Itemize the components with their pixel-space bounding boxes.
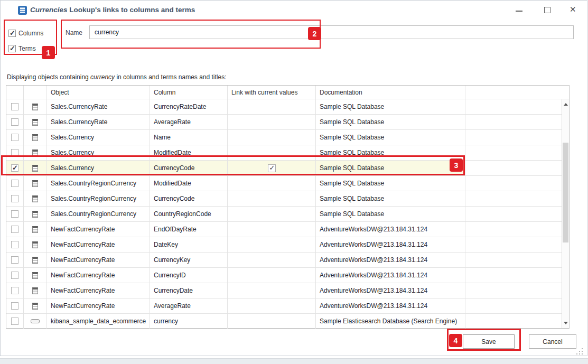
row-checkbox[interactable] [11, 256, 18, 264]
table-row[interactable]: NewFactCurrencyRate CurrencyDate Adventu… [6, 283, 569, 298]
row-checkbox[interactable] [11, 226, 18, 233]
row-checkbox[interactable] [11, 272, 18, 279]
row-checkbox-cell[interactable] [6, 207, 24, 222]
row-checkbox[interactable] [11, 195, 18, 202]
minimize-button[interactable] [510, 1, 528, 18]
row-checkbox-cell[interactable] [6, 268, 24, 283]
cell-documentation: Sample SQL Database [316, 161, 465, 176]
close-button[interactable]: ✕ [565, 1, 583, 18]
cell-column: AverageRate [150, 115, 228, 130]
table-row[interactable]: NewFactCurrencyRate EndOfDayRate Adventu… [6, 222, 569, 237]
row-checkbox[interactable] [11, 302, 18, 310]
row-checkbox[interactable] [11, 103, 18, 110]
row-checkbox-cell[interactable] [6, 161, 24, 176]
cell-link[interactable] [228, 99, 316, 115]
row-checkbox-cell[interactable] [6, 115, 24, 130]
table-row[interactable]: NewFactCurrencyRate CurrencyID Adventure… [6, 268, 569, 283]
table-icon [32, 303, 38, 310]
cell-column: currency [150, 314, 228, 329]
cell-documentation: Sample SQL Database [316, 130, 465, 145]
row-checkbox-cell[interactable] [6, 283, 24, 298]
cancel-button[interactable]: Cancel [529, 334, 576, 349]
table-row[interactable]: Sales.CountryRegionCurrency CurrencyCode… [6, 191, 569, 207]
cell-documentation: AdventureWorksDW@213.184.31.124 [316, 283, 465, 298]
cell-object: Sales.CountryRegionCurrency [47, 191, 150, 207]
table-row[interactable]: NewFactCurrencyRate AverageRate Adventur… [6, 298, 569, 314]
row-checkbox-cell[interactable] [6, 298, 24, 314]
row-checkbox[interactable] [11, 118, 18, 126]
columns-filter[interactable]: Columns [8, 30, 43, 37]
row-checkbox-cell[interactable] [6, 130, 24, 145]
row-checkbox-cell[interactable] [6, 145, 24, 161]
cell-link[interactable] [228, 130, 316, 145]
cell-link[interactable] [228, 145, 316, 161]
cell-documentation: AdventureWorksDW@213.184.31.124 [316, 237, 465, 253]
row-checkbox[interactable] [11, 134, 18, 141]
cell-object: Sales.CountryRegionCurrency [47, 176, 150, 191]
header-checkbox-col [6, 86, 24, 99]
table-row[interactable]: Sales.CurrencyRate CurrencyRateDate Samp… [6, 99, 569, 115]
maximize-button[interactable] [538, 1, 556, 18]
row-checkbox[interactable] [11, 164, 18, 172]
table-row[interactable]: Sales.Currency CurrencyCode Sample SQL D… [6, 161, 569, 176]
table-row[interactable]: Sales.CurrencyRate AverageRate Sample SQ… [6, 115, 569, 130]
row-checkbox[interactable] [11, 318, 18, 325]
cell-link[interactable] [228, 191, 316, 207]
cell-link[interactable] [228, 298, 316, 314]
row-checkbox[interactable] [11, 210, 18, 218]
row-icon-cell [24, 283, 47, 298]
close-icon: ✕ [570, 5, 576, 14]
cell-link[interactable] [228, 314, 316, 329]
row-checkbox-cell[interactable] [6, 314, 24, 329]
table-row[interactable]: Sales.CountryRegionCurrency ModifiedDate… [6, 176, 569, 191]
terms-checkbox[interactable] [8, 45, 16, 52]
cell-link[interactable] [228, 222, 316, 237]
save-button[interactable]: Save [463, 334, 515, 349]
cell-link[interactable] [228, 237, 316, 253]
row-checkbox[interactable] [11, 149, 18, 156]
row-checkbox-cell[interactable] [6, 191, 24, 207]
scroll-down-button[interactable] [562, 319, 569, 327]
row-icon-cell [24, 222, 47, 237]
vertical-scrollbar[interactable] [562, 99, 569, 328]
row-checkbox[interactable] [11, 241, 18, 248]
cell-filler [465, 176, 569, 191]
cell-link[interactable] [228, 268, 316, 283]
scroll-up-button[interactable] [562, 100, 569, 108]
scrollbar-thumb[interactable] [563, 143, 568, 242]
table-row[interactable]: Sales.Currency Name Sample SQL Database [6, 130, 569, 145]
table-row[interactable]: NewFactCurrencyRate DateKey AdventureWor… [6, 237, 569, 253]
row-checkbox-cell[interactable] [6, 237, 24, 253]
row-checkbox-cell[interactable] [6, 222, 24, 237]
table-row[interactable]: NewFactCurrencyRate CurrencyKey Adventur… [6, 253, 569, 268]
row-icon-cell [24, 130, 47, 145]
row-checkbox[interactable] [11, 180, 18, 187]
description-text: Displaying objects containing currency i… [7, 73, 227, 81]
cell-link[interactable] [228, 176, 316, 191]
cell-object: NewFactCurrencyRate [47, 268, 150, 283]
row-checkbox-cell[interactable] [6, 253, 24, 268]
cell-link[interactable] [228, 253, 316, 268]
row-checkbox-cell[interactable] [6, 176, 24, 191]
terms-filter[interactable]: Terms [8, 45, 36, 52]
columns-checkbox[interactable] [8, 30, 16, 37]
cell-documentation: Sample SQL Database [316, 145, 465, 161]
cell-link[interactable] [228, 115, 316, 130]
table-row[interactable]: Sales.Currency ModifiedDate Sample SQL D… [6, 145, 569, 161]
row-checkbox-cell[interactable] [6, 99, 24, 115]
cell-object: Sales.Currency [47, 145, 150, 161]
cell-column: CurrencyDate [150, 283, 228, 298]
link-checkbox[interactable] [268, 164, 276, 172]
table-row[interactable]: kibana_sample_data_ecommerce currency Sa… [6, 314, 569, 329]
resize-grip-icon[interactable] [576, 348, 584, 356]
table-icon [32, 119, 38, 126]
cell-link[interactable] [228, 207, 316, 222]
cell-link[interactable] [228, 161, 316, 176]
window-bottom-strip [0, 358, 588, 364]
cell-link[interactable] [228, 283, 316, 298]
cell-column: CurrencyID [150, 268, 228, 283]
row-checkbox[interactable] [11, 287, 18, 294]
name-input[interactable] [89, 25, 574, 39]
table-row[interactable]: Sales.CountryRegionCurrency CountryRegio… [6, 207, 569, 222]
cell-documentation: Sample Elasticsearch Database (Search En… [316, 314, 465, 329]
